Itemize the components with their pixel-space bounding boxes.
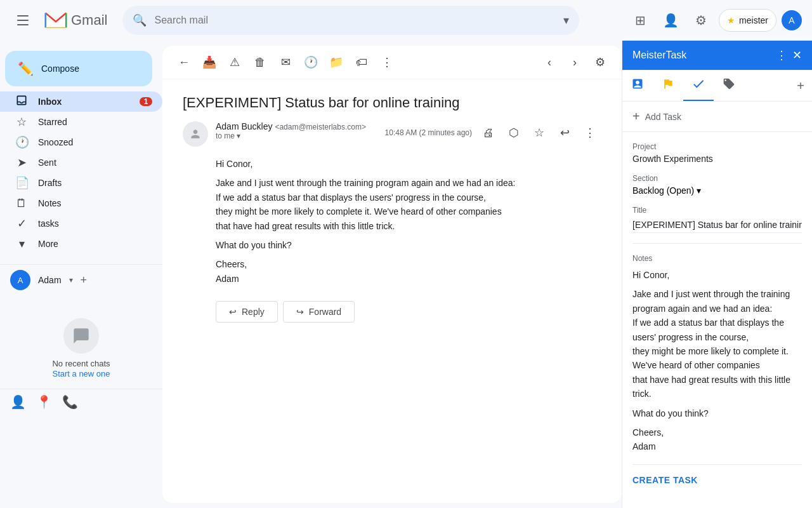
- hamburger-icon[interactable]: [10, 8, 36, 33]
- gmail-logo-text: Gmail: [71, 12, 107, 29]
- reply-label: Reply: [242, 307, 265, 317]
- notes-label: Notes: [632, 254, 802, 263]
- panel-close-icon[interactable]: ✕: [792, 48, 802, 62]
- section-label: Section: [632, 174, 802, 183]
- sidebar-item-label-sent: Sent: [38, 157, 152, 168]
- section-value-row[interactable]: Backlog (Open) ▾: [632, 185, 802, 196]
- sidebar: ✏️ Compose Inbox 1 ☆ Starred 🕐 Snoozed ➤…: [0, 41, 162, 508]
- sidebar-item-label-starred: Starred: [38, 117, 152, 127]
- sent-icon: ➤: [15, 156, 28, 170]
- user-row[interactable]: A Adam ▾ +: [0, 265, 162, 295]
- sidebar-item-starred[interactable]: ☆ Starred: [0, 112, 162, 132]
- apps-icon[interactable]: ⊞: [627, 8, 653, 33]
- meister-label: meister: [739, 15, 768, 25]
- meister-star-icon: ★: [727, 15, 735, 25]
- settings-email-button[interactable]: ⚙: [589, 51, 612, 74]
- snooze-button[interactable]: 🕐: [299, 51, 322, 74]
- create-task-button[interactable]: CREATE TASK: [632, 475, 802, 485]
- sidebar-item-more[interactable]: ▾ More: [0, 234, 162, 254]
- reply-area: ↩ Reply ↪ Forward: [216, 301, 601, 323]
- compose-label: Compose: [41, 64, 79, 74]
- email-content-area: ← 📥 ⚠ 🗑 ✉ 🕐 📁 🏷 ⋮ ‹ › ⚙ [EXPERIMENT] Sta…: [162, 46, 622, 503]
- check-tab-icon: [691, 77, 705, 94]
- email-actions: 🖨 ⬡ ☆ ↩ ⋮: [477, 121, 601, 144]
- user-avatar[interactable]: A: [782, 10, 802, 30]
- back-button[interactable]: ←: [173, 51, 195, 74]
- open-in-new-button[interactable]: ⬡: [502, 121, 525, 144]
- sidebar-item-tasks[interactable]: ✓ tasks: [0, 213, 162, 234]
- chat-avatar: [63, 318, 99, 354]
- forward-button[interactable]: ↪ Forward: [283, 301, 355, 323]
- archive-button[interactable]: 📥: [198, 51, 221, 74]
- settings-icon[interactable]: ⚙: [688, 8, 714, 33]
- prev-email-button[interactable]: ‹: [538, 51, 561, 74]
- sidebar-item-drafts[interactable]: 📄 Drafts: [0, 173, 162, 193]
- top-bar: Gmail 🔍 ▾ ⊞ 👤 ⚙ ★ meister A: [0, 0, 812, 41]
- panel-header-icons: ⋮ ✕: [776, 48, 802, 62]
- user-dropdown-icon[interactable]: ▾: [69, 276, 73, 284]
- phone-icon[interactable]: 📞: [62, 394, 78, 410]
- to-me-label[interactable]: to me ▾: [216, 131, 377, 140]
- sidebar-item-sent[interactable]: ➤ Sent: [0, 152, 162, 173]
- email-header: Adam Buckley <adam@meisterlabs.com> to m…: [183, 121, 601, 147]
- svg-rect-0: [17, 15, 29, 17]
- sidebar-item-label-notes: Notes: [38, 198, 152, 208]
- star-email-button[interactable]: ☆: [528, 121, 551, 144]
- sidebar-item-notes[interactable]: 🗒 Notes: [0, 193, 162, 213]
- move-to-button[interactable]: 📁: [325, 51, 348, 74]
- compose-button[interactable]: ✏️ Compose: [5, 51, 152, 86]
- next-email-button[interactable]: ›: [563, 51, 586, 74]
- add-task-icon: +: [632, 109, 640, 124]
- add-account-icon[interactable]: +: [81, 274, 88, 287]
- panel-tab-list[interactable]: [622, 70, 653, 101]
- list-tab-icon: [631, 77, 644, 93]
- panel-tab-flag[interactable]: [653, 70, 683, 101]
- panel-tab-check[interactable]: [683, 70, 714, 101]
- email-greeting: Hi Conor,: [216, 157, 601, 171]
- section-dropdown-icon: ▾: [697, 185, 701, 196]
- more-options-button[interactable]: ⋮: [376, 51, 398, 74]
- label-button[interactable]: 🏷: [350, 51, 373, 74]
- reply-button[interactable]: ↩ Reply: [216, 301, 278, 323]
- delete-button[interactable]: 🗑: [249, 51, 272, 74]
- compose-icon: ✏️: [18, 61, 34, 76]
- sidebar-item-label-tasks: tasks: [38, 218, 152, 229]
- new-chat-icon[interactable]: 👤: [10, 394, 26, 410]
- panel-more-icon[interactable]: ⋮: [776, 48, 787, 62]
- report-spam-button[interactable]: ⚠: [223, 51, 246, 74]
- mark-unread-button[interactable]: ✉: [274, 51, 297, 74]
- notes-content: Hi Conor, Jake and I just went through t…: [632, 268, 802, 454]
- tasks-icon: ✓: [15, 217, 28, 231]
- panel-divider-2: [632, 464, 802, 465]
- reply-header-button[interactable]: ↩: [553, 121, 576, 144]
- title-label: Title: [632, 206, 802, 215]
- title-input[interactable]: [632, 217, 802, 233]
- email-timestamp: 10:48 AM (2 minutes ago): [385, 128, 472, 137]
- print-button[interactable]: 🖨: [477, 121, 500, 144]
- search-bar[interactable]: 🔍 ▾: [122, 6, 579, 35]
- sidebar-item-label-snoozed: Snoozed: [38, 137, 152, 147]
- add-task-row[interactable]: + Add Task: [622, 102, 812, 132]
- meet-icon[interactable]: 📍: [36, 394, 52, 410]
- panel-tab-tag[interactable]: [714, 70, 744, 101]
- inbox-icon: [15, 94, 28, 110]
- start-chat-link[interactable]: Start a new one: [52, 369, 110, 378]
- meister-button[interactable]: ★ meister: [719, 9, 776, 32]
- title-field: Title: [632, 206, 802, 233]
- account-icon[interactable]: 👤: [658, 8, 683, 33]
- panel-add-icon[interactable]: +: [797, 79, 812, 93]
- search-dropdown-icon[interactable]: ▾: [563, 13, 569, 27]
- meistertask-panel: MeisterTask ⋮ ✕: [622, 41, 812, 508]
- search-input[interactable]: [154, 15, 556, 26]
- sidebar-bottom-icons: 👤 📍 📞: [0, 389, 162, 415]
- to-me-dropdown-icon[interactable]: ▾: [237, 131, 240, 140]
- forward-label: Forward: [309, 307, 341, 317]
- sidebar-item-inbox[interactable]: Inbox 1: [0, 91, 162, 112]
- sidebar-item-snoozed[interactable]: 🕐 Snoozed: [0, 132, 162, 152]
- notes-field: Notes Hi Conor, Jake and I just went thr…: [632, 254, 802, 454]
- sidebar-item-label-drafts: Drafts: [38, 178, 152, 188]
- more-email-button[interactable]: ⋮: [579, 121, 601, 144]
- section-field: Section Backlog (Open) ▾: [632, 174, 802, 196]
- panel-title: MeisterTask: [632, 50, 776, 61]
- email-subject: [EXPERIMENT] Status bar for online train…: [183, 95, 601, 111]
